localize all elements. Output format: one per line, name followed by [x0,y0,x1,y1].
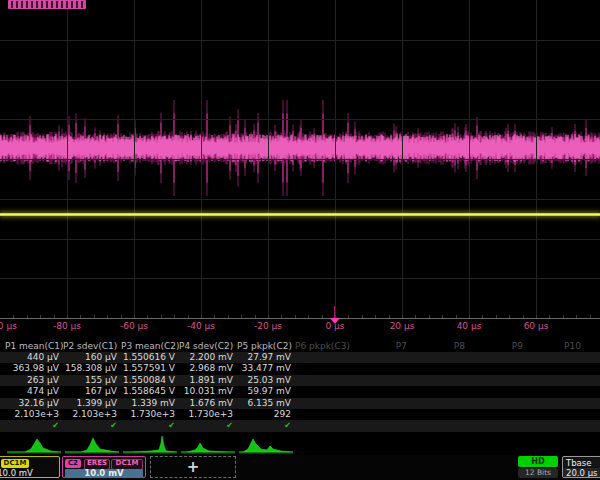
grid-hline [0,119,600,120]
axis-minor-tick [295,315,296,318]
time-axis-labels: -100 µs-80 µs-60 µs-40 µs-20 µs0 µs20 µs… [0,321,600,333]
measure-status-check: ✔ [63,420,121,431]
c1-vertical-scale[interactable]: 10.0 mV [0,469,56,478]
measure-column-header[interactable]: P4 sdev(C2) [179,341,237,352]
measure-column-header-inactive[interactable]: P10 [527,341,585,352]
resolution-badge: 12 Bits [518,468,558,478]
time-axis-label: 0 µs [325,321,344,331]
measure-column-header[interactable]: P2 sdev(C1) [63,341,121,352]
axis-minor-tick [40,315,41,318]
grid-hline [0,239,600,240]
axis-minor-tick [456,315,457,318]
axis-minor-tick [442,315,443,318]
timebase-descriptor[interactable]: Tbase 20.0 µs [562,456,600,478]
waveform-grid[interactable] [0,0,600,318]
measurement-histicon[interactable] [237,432,295,455]
time-axis-label: -100 µs [0,321,17,331]
axis-minor-tick [121,315,122,318]
axis-minor-tick [94,315,95,318]
measurement-histicon[interactable] [5,432,63,455]
measure-value-cell: 1.676 mV [179,398,237,409]
axis-minor-tick [13,315,14,318]
measure-column-header-inactive[interactable]: P7 [353,341,411,352]
grid-vline [201,0,202,318]
time-axis-label: 60 µs [524,321,549,331]
measure-column-header[interactable]: P5 pkpk(C2) [237,341,295,352]
axis-minor-tick [415,315,416,318]
measure-column-header-inactive[interactable]: P9 [469,341,527,352]
grid-vline [134,0,135,318]
measure-value-cell: 1.891 mV [179,375,237,386]
measure-value-cell: 167 µV [63,386,121,397]
c2-vertical-scale[interactable]: 10.0 mV [65,469,143,478]
axis-minor-tick [429,315,430,318]
timebase-title: Tbase [566,458,591,468]
c2-trace-label-cropped [8,0,86,9]
measurement-histicon[interactable] [63,432,121,455]
grid-hline [0,278,600,279]
measure-column-header[interactable]: P1 mean(C1) [5,341,63,352]
grid-vline [268,0,269,318]
axis-minor-tick [241,315,242,318]
measure-value-cell: 1.550084 V [121,375,179,386]
grid-hline [0,159,600,160]
axis-minor-tick [469,315,470,318]
timebase-scale[interactable]: 20.0 µs [563,468,600,478]
measure-value-cell: 1.557591 V [121,363,179,374]
measure-value-cell: 59.97 mV [237,386,295,397]
measure-column-header-inactive[interactable]: P8 [411,341,469,352]
measure-value-cell: 263 µV [5,375,63,386]
c1-coupling-badge: DC1M [1,459,29,468]
measurement-table: P1 mean(C1)P2 sdev(C1)P3 mean(C2)P4 sdev… [0,341,600,432]
measure-value-cell: 2.103e+3 [63,409,121,420]
axis-minor-tick [27,315,28,318]
grid-vline [67,0,68,318]
axis-minor-tick [308,315,309,318]
measurement-histicon[interactable] [121,432,179,455]
measurement-histicon[interactable] [179,432,237,455]
axis-minor-tick [576,315,577,318]
axis-minor-tick [375,315,376,318]
add-trace-button[interactable]: + [150,456,236,478]
grid-vline [469,0,470,318]
axis-minor-tick [268,315,269,318]
axis-minor-tick [174,315,175,318]
axis-minor-tick [523,315,524,318]
time-axis [0,318,600,319]
time-axis-label: 40 µs [457,321,482,331]
axis-minor-tick [335,315,336,318]
measure-value-cell: 292 [237,409,295,420]
measure-value-cell: 32.16 µV [5,398,63,409]
grid-hline [0,199,600,200]
axis-minor-tick [509,315,510,318]
measure-value-cell: 27.97 mV [237,352,295,363]
measure-column-header-inactive[interactable]: P6 pkpk(C3) [295,341,353,352]
c2-channel-badge[interactable]: C2 [65,459,81,468]
grid-hline [0,40,600,41]
measure-value-cell: 158.308 µV [63,363,121,374]
measure-column-header[interactable]: P3 mean(C2) [121,341,179,352]
axis-minor-tick [536,315,537,318]
hd-mode-badge[interactable]: HD [518,456,558,467]
time-axis-label: -60 µs [120,321,148,331]
axis-minor-tick [348,315,349,318]
measure-value-cell: 1.558645 V [121,386,179,397]
axis-minor-tick [496,315,497,318]
time-axis-label: -20 µs [254,321,282,331]
grid-hline [0,80,600,81]
illegible-label-text [11,1,83,8]
measure-value-cell: 1.730e+3 [179,409,237,420]
axis-minor-tick [161,315,162,318]
axis-minor-tick [107,315,108,318]
measure-status-check: ✔ [237,420,295,431]
grid-vline [536,0,537,318]
axis-minor-tick [147,315,148,318]
axis-minor-tick [228,315,229,318]
measure-value-cell: 363.98 µV [5,363,63,374]
measure-value-cell: 25.03 mV [237,375,295,386]
channel-c2-descriptor[interactable]: C2 ERES DC1M 10.0 mV [62,456,146,478]
axis-minor-tick [281,315,282,318]
axis-minor-tick [80,315,81,318]
channel-c1-descriptor[interactable]: C1 DC1M 10.0 mV [0,456,60,478]
axis-minor-tick [389,315,390,318]
